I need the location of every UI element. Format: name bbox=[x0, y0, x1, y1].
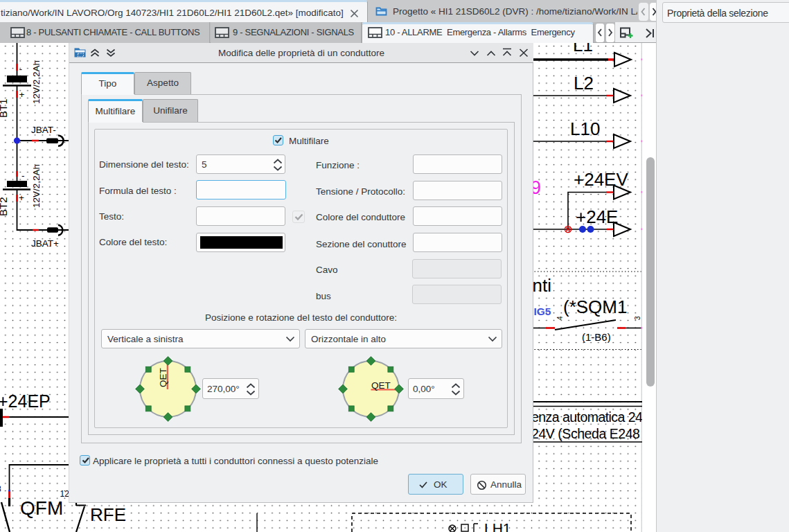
svg-text:L10: L10 bbox=[570, 118, 600, 139]
svg-text:+: + bbox=[19, 89, 25, 100]
svg-text:12V/2,2Ah: 12V/2,2Ah bbox=[31, 164, 42, 208]
svg-text:4: 4 bbox=[556, 316, 564, 320]
svg-text:L2: L2 bbox=[574, 73, 594, 94]
svg-text:3: 3 bbox=[634, 316, 641, 320]
svg-text:LH1: LH1 bbox=[484, 520, 511, 532]
svg-text:-: - bbox=[19, 64, 23, 74]
svg-text:QET: QET bbox=[158, 368, 168, 387]
svg-text:QET: QET bbox=[371, 380, 391, 391]
svg-text:+: + bbox=[19, 193, 24, 203]
svg-text:enza automatica 24V: enza automatica 24V bbox=[531, 409, 642, 425]
svg-text:+24EV: +24EV bbox=[574, 169, 628, 190]
svg-text:JBAT+: JBAT+ bbox=[31, 238, 59, 249]
svg-text:IG5: IG5 bbox=[534, 305, 551, 317]
svg-text:+24E: +24E bbox=[576, 206, 618, 227]
svg-text:BT2: BT2 bbox=[0, 197, 9, 216]
svg-text:RFE: RFE bbox=[90, 504, 126, 525]
svg-text:(*SQM1: (*SQM1 bbox=[563, 296, 627, 317]
svg-text:(1-B6): (1-B6) bbox=[582, 331, 611, 343]
svg-text:JBAT-: JBAT- bbox=[31, 125, 56, 135]
svg-text:BT1: BT1 bbox=[0, 98, 9, 118]
svg-text:-: - bbox=[21, 170, 25, 181]
svg-text:24V (Scheda E248: 24V (Scheda E248 bbox=[531, 426, 640, 441]
svg-text:12V/2,2Ah: 12V/2,2Ah bbox=[31, 60, 42, 104]
svg-text:QFM: QFM bbox=[20, 497, 63, 519]
svg-text:+24EP: +24EP bbox=[0, 391, 51, 411]
svg-text:L1: L1 bbox=[573, 43, 593, 55]
